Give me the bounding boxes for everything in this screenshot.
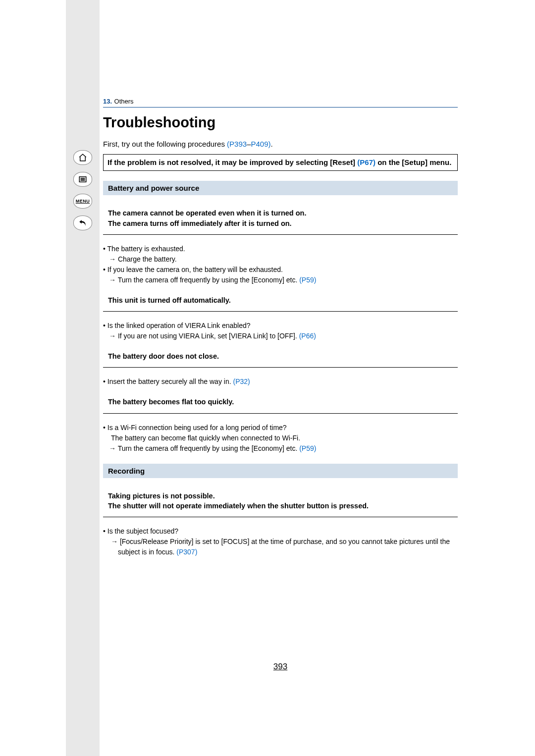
link-p67[interactable]: (P67) bbox=[357, 158, 375, 166]
bullet-text: • Is the subject focused? bbox=[103, 526, 458, 537]
page-title: Troubleshooting bbox=[103, 114, 458, 131]
link-p66[interactable]: (P66) bbox=[299, 332, 316, 340]
sidebar-nav: MENU bbox=[73, 150, 92, 230]
arrow-prefix: → [Focus/Release Priority] is set to [FO… bbox=[111, 538, 450, 556]
problem-line: The camera turns off immediately after i… bbox=[108, 218, 453, 228]
arrow-text: → Turn the camera off frequently by usin… bbox=[103, 275, 458, 285]
arrow-text: → Charge the battery. bbox=[103, 254, 458, 265]
section-battery: Battery and power source bbox=[103, 181, 458, 195]
bullet-text: • Is a Wi-Fi connection being used for a… bbox=[103, 423, 458, 433]
chapter-number: 13. bbox=[103, 98, 112, 105]
intro-prefix: First, try out the following procedures bbox=[103, 140, 227, 148]
chapter-header: 13. Others bbox=[103, 97, 458, 108]
answer-block: • Insert the battery securely all the wa… bbox=[103, 377, 458, 387]
arrow-prefix: → Turn the camera off frequently by usin… bbox=[109, 276, 299, 284]
toc-icon[interactable] bbox=[73, 172, 92, 187]
problem-taking-pictures: Taking pictures is not possible. The shu… bbox=[108, 491, 453, 511]
link-p59-2[interactable]: (P59) bbox=[299, 444, 316, 452]
link-p59[interactable]: (P59) bbox=[299, 276, 316, 284]
divider bbox=[103, 517, 458, 517]
bullet-prefix: • Insert the battery securely all the wa… bbox=[103, 378, 233, 385]
problem-line: The battery door does not close. bbox=[108, 351, 453, 361]
problem-battery-door: The battery door does not close. bbox=[108, 351, 453, 361]
sidebar bbox=[66, 0, 100, 756]
answer-block: • Is the linked operation of VIERA Link … bbox=[103, 321, 458, 341]
link-p307[interactable]: (P307) bbox=[176, 548, 197, 556]
page-content: 13. Others Troubleshooting First, try ou… bbox=[103, 97, 458, 567]
bullet-text: • If you leave the camera on, the batter… bbox=[103, 265, 458, 275]
sub-text: The battery can become flat quickly when… bbox=[103, 433, 458, 443]
note-part1: If the problem is not resolved, it may b… bbox=[107, 158, 357, 166]
problem-line: The battery becomes flat too quickly. bbox=[108, 397, 453, 407]
arrow-prefix: → Turn the camera off frequently by usin… bbox=[109, 444, 299, 452]
bullet-text: • Insert the battery securely all the wa… bbox=[103, 377, 458, 387]
answer-block: • Is a Wi-Fi connection being used for a… bbox=[103, 423, 458, 454]
home-icon[interactable] bbox=[73, 150, 92, 165]
arrow-text: → Turn the camera off frequently by usin… bbox=[103, 443, 458, 454]
arrow-prefix: → If you are not using VIERA Link, set [… bbox=[109, 332, 299, 340]
problem-line: This unit is turned off automatically. bbox=[108, 295, 453, 305]
intro-suffix: . bbox=[271, 140, 273, 148]
back-icon[interactable] bbox=[73, 216, 92, 230]
intro-text: First, try out the following procedures … bbox=[103, 140, 458, 148]
divider bbox=[103, 234, 458, 235]
problem-off-automatically: This unit is turned off automatically. bbox=[108, 295, 453, 305]
chapter-title: Others bbox=[114, 98, 134, 105]
problem-battery-flat: The battery becomes flat too quickly. bbox=[108, 397, 453, 407]
link-p409[interactable]: P409) bbox=[251, 140, 270, 148]
link-p393[interactable]: (P393 bbox=[227, 140, 247, 148]
menu-icon[interactable]: MENU bbox=[73, 194, 92, 209]
reset-note: If the problem is not resolved, it may b… bbox=[103, 154, 458, 171]
page-number: 393 bbox=[103, 662, 458, 672]
menu-label: MENU bbox=[76, 199, 90, 204]
divider bbox=[103, 413, 458, 414]
link-p32[interactable]: (P32) bbox=[233, 378, 250, 385]
bullet-text: • Is the linked operation of VIERA Link … bbox=[103, 321, 458, 331]
note-part2: on the [Setup] menu. bbox=[375, 158, 451, 166]
answer-block: • The battery is exhausted. → Charge the… bbox=[103, 244, 458, 285]
problem-line: The camera cannot be operated even when … bbox=[108, 208, 453, 218]
bullet-text: • The battery is exhausted. bbox=[103, 244, 458, 254]
divider bbox=[103, 367, 458, 368]
arrow-text: → If you are not using VIERA Link, set [… bbox=[103, 331, 458, 341]
problem-line: Taking pictures is not possible. bbox=[108, 491, 453, 501]
problem-camera-not-operated: The camera cannot be operated even when … bbox=[108, 208, 453, 228]
arrow-text: → [Focus/Release Priority] is set to [FO… bbox=[103, 537, 458, 557]
section-recording: Recording bbox=[103, 464, 458, 478]
problem-line: The shutter will not operate immediately… bbox=[108, 501, 453, 511]
answer-block: • Is the subject focused? → [Focus/Relea… bbox=[103, 526, 458, 557]
divider bbox=[103, 311, 458, 312]
